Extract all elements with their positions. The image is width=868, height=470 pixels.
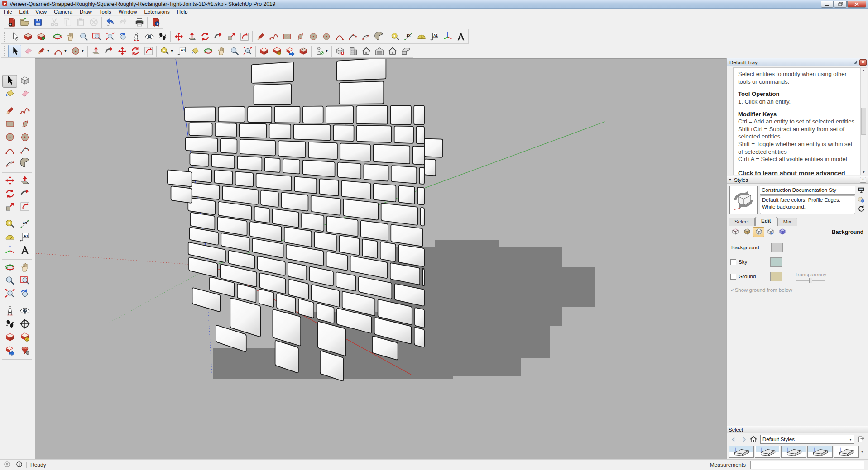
walk-button[interactable] xyxy=(156,30,169,43)
follow-me-button[interactable] xyxy=(102,45,115,57)
line-button[interactable] xyxy=(2,105,17,118)
menu-window[interactable]: Window xyxy=(115,9,141,15)
menu-draw[interactable]: Draw xyxy=(76,9,96,15)
ruby-extension-button[interactable] xyxy=(17,344,32,357)
sky-swatch[interactable] xyxy=(770,257,782,267)
extension-box-button[interactable] xyxy=(297,45,310,57)
axes-button[interactable] xyxy=(2,244,17,257)
new-button[interactable] xyxy=(5,16,18,28)
move-button[interactable] xyxy=(2,175,17,188)
instructor-scrollbar[interactable]: ▲ ▼ xyxy=(860,67,867,175)
rotated-rectangle-button[interactable] xyxy=(17,118,32,131)
style-thumbnail[interactable] xyxy=(729,186,758,214)
dimensions-button[interactable]: 3X xyxy=(17,218,32,231)
warehouse-box-alt-button[interactable] xyxy=(34,30,48,43)
dropdown-caret-icon[interactable]: ▼ xyxy=(325,49,328,52)
walk-button[interactable] xyxy=(2,318,17,331)
create-style-icon[interactable] xyxy=(858,196,865,204)
styles-panel-header[interactable]: ▼ Styles × xyxy=(727,176,868,184)
zoom-extents-button[interactable] xyxy=(241,45,254,57)
select-button[interactable] xyxy=(8,45,21,57)
style-name-input[interactable]: Construction Documentation Sty xyxy=(760,186,855,195)
eraser-button[interactable] xyxy=(17,88,32,101)
cut-button[interactable] xyxy=(48,16,61,28)
push-pull-button[interactable] xyxy=(89,45,102,57)
ground-checkbox[interactable] xyxy=(730,274,736,280)
pan-button[interactable] xyxy=(17,261,32,275)
offset-button[interactable] xyxy=(238,30,251,43)
pie-button[interactable] xyxy=(17,157,32,171)
freehand-button[interactable] xyxy=(267,30,280,43)
info-icon[interactable] xyxy=(16,461,23,469)
toolbar-drag-handle[interactable] xyxy=(4,32,7,42)
zoom-button[interactable] xyxy=(2,275,17,288)
building-button[interactable] xyxy=(346,45,360,57)
paint-bucket-button[interactable] xyxy=(188,45,201,57)
modeling-settings-button[interactable] xyxy=(777,227,788,237)
follow-me-button[interactable] xyxy=(17,188,32,201)
section-plane-button[interactable] xyxy=(2,331,17,344)
tape-measure-button[interactable] xyxy=(2,218,17,231)
geolocation-icon[interactable] xyxy=(4,461,10,469)
select-panel-header[interactable]: Select xyxy=(727,426,868,433)
shape-menu-button[interactable]: ▼ xyxy=(69,45,86,57)
scale-button[interactable] xyxy=(2,201,17,214)
warehouse-box-button[interactable] xyxy=(21,30,34,43)
make-component-button[interactable] xyxy=(17,75,32,88)
zoom-button[interactable] xyxy=(77,30,90,43)
pan-button[interactable] xyxy=(215,45,228,57)
style-thumbnail-4[interactable] xyxy=(807,446,833,458)
menu-view[interactable]: View xyxy=(32,9,50,15)
circle-button[interactable] xyxy=(307,30,320,43)
redo-button[interactable] xyxy=(116,16,129,28)
zoom-window-button[interactable] xyxy=(17,275,32,288)
navigation-target-button[interactable] xyxy=(17,318,32,331)
tab-select[interactable]: Select xyxy=(729,218,755,226)
undo-button[interactable] xyxy=(103,16,116,28)
forward-icon[interactable] xyxy=(739,435,748,444)
section-plane-button[interactable] xyxy=(257,45,270,57)
orbit-button[interactable] xyxy=(51,30,64,43)
dropdown-caret-icon[interactable]: ▼ xyxy=(47,49,50,52)
orbit-button[interactable] xyxy=(2,261,17,275)
rotate-button[interactable] xyxy=(2,188,17,201)
style-thumbnail-3[interactable] xyxy=(781,446,806,458)
ground-swatch[interactable] xyxy=(770,272,782,281)
erase-button[interactable] xyxy=(87,16,100,28)
style-thumbnail-1[interactable] xyxy=(729,446,754,458)
dimensions-button[interactable]: 3X xyxy=(402,30,415,43)
section-display-button[interactable]: ¢ xyxy=(17,331,32,344)
previous-view-button[interactable] xyxy=(116,30,129,43)
details-menu-icon[interactable] xyxy=(856,435,866,444)
thumb-scroll-icon[interactable]: ▼ xyxy=(860,446,864,453)
protractor-button[interactable] xyxy=(415,30,428,43)
axes-button[interactable] xyxy=(441,30,454,43)
select-button[interactable] xyxy=(2,75,17,88)
paste-button[interactable] xyxy=(74,16,87,28)
sign-in-button[interactable]: ▼ xyxy=(313,45,330,57)
zoom-extents-button[interactable] xyxy=(103,30,116,43)
maximize-button[interactable] xyxy=(834,1,847,8)
component-add-button[interactable] xyxy=(333,45,346,57)
pie-button[interactable] xyxy=(372,30,385,43)
rectangle-button[interactable] xyxy=(280,30,293,43)
move-button[interactable] xyxy=(172,30,185,43)
push-pull-button[interactable] xyxy=(17,175,32,188)
offset-button[interactable] xyxy=(17,201,32,214)
line-button[interactable] xyxy=(254,30,267,43)
push-pull-button[interactable] xyxy=(185,30,198,43)
sky-checkbox[interactable] xyxy=(730,259,736,265)
home-icon[interactable] xyxy=(748,435,758,444)
scroll-down-icon[interactable]: ▼ xyxy=(862,171,865,174)
menu-edit[interactable]: Edit xyxy=(16,9,32,15)
move-button[interactable] xyxy=(115,45,129,57)
tape-measure-button[interactable] xyxy=(388,30,402,43)
close-button[interactable] xyxy=(847,1,866,8)
back-icon[interactable] xyxy=(729,435,739,444)
home-model-button[interactable] xyxy=(386,45,399,57)
section-export-button[interactable] xyxy=(283,45,297,57)
transparency-slider[interactable]: Transparency xyxy=(795,272,826,281)
face-settings-button[interactable] xyxy=(741,227,753,237)
follow-me-button[interactable] xyxy=(211,30,225,43)
rotate-button[interactable] xyxy=(129,45,142,57)
